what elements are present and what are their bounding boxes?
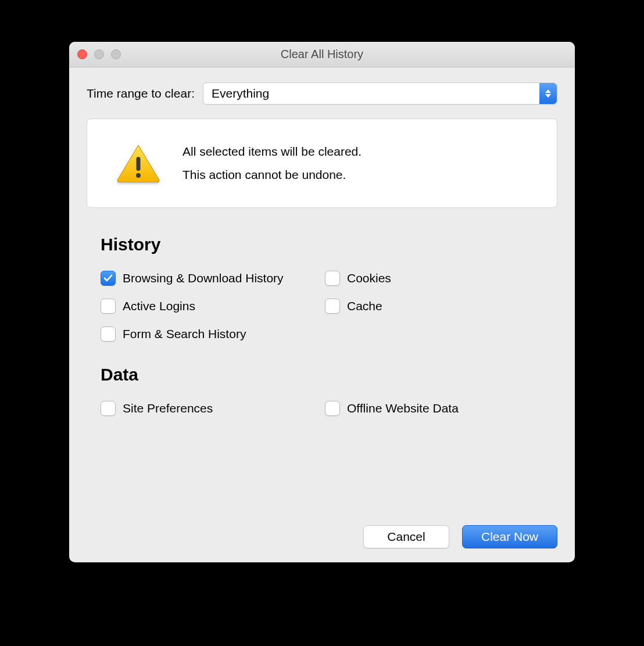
- checkbox-cache[interactable]: Cache: [325, 299, 543, 314]
- time-range-row: Time range to clear: Everything: [87, 82, 557, 105]
- checkbox-label: Form & Search History: [123, 327, 246, 341]
- checkbox-label: Browsing & Download History: [123, 271, 284, 285]
- checkbox-label: Active Logins: [123, 299, 195, 313]
- checkbox-input[interactable]: [325, 299, 340, 314]
- data-checkbox-grid: Site Preferences Offline Website Data: [87, 401, 557, 416]
- checkbox-input[interactable]: [101, 401, 116, 416]
- checkbox-input[interactable]: [325, 271, 340, 286]
- chevron-down-icon: [545, 94, 551, 98]
- checkbox-browsing-download-history[interactable]: Browsing & Download History: [101, 271, 319, 286]
- checkbox-label: Site Preferences: [123, 401, 213, 415]
- traffic-lights: [77, 49, 121, 59]
- history-checkbox-grid: Browsing & Download History Cookies Acti…: [87, 271, 557, 342]
- titlebar[interactable]: Clear All History: [69, 42, 575, 67]
- time-range-select[interactable]: Everything: [203, 82, 557, 105]
- minimize-window-button[interactable]: [94, 49, 104, 59]
- zoom-window-button[interactable]: [111, 49, 121, 59]
- chevron-up-icon: [545, 89, 551, 93]
- checkbox-site-preferences[interactable]: Site Preferences: [101, 401, 319, 416]
- dialog-window: Clear All History Time range to clear: E…: [69, 42, 575, 562]
- checkbox-form-search-history[interactable]: Form & Search History: [101, 326, 319, 342]
- checkbox-input[interactable]: [101, 326, 116, 342]
- warning-panel: All selected items will be cleared. This…: [87, 119, 557, 208]
- dialog-content: Time range to clear: Everything: [69, 67, 575, 562]
- history-heading: History: [101, 235, 557, 254]
- warning-line-1: All selected items will be cleared.: [183, 140, 362, 163]
- data-heading: Data: [101, 365, 557, 385]
- close-window-button[interactable]: [77, 49, 87, 59]
- checkbox-input[interactable]: [101, 299, 116, 314]
- svg-point-1: [136, 173, 141, 178]
- select-stepper-icon: [539, 83, 557, 104]
- checkbox-input[interactable]: [325, 401, 340, 416]
- checkbox-label: Offline Website Data: [347, 401, 459, 415]
- checkbox-cookies[interactable]: Cookies: [325, 271, 543, 286]
- time-range-value: Everything: [212, 87, 269, 101]
- checkbox-label: Cache: [347, 299, 382, 313]
- check-icon: [103, 274, 113, 283]
- warning-text: All selected items will be cleared. This…: [183, 140, 362, 186]
- time-range-label: Time range to clear:: [87, 87, 195, 101]
- checkbox-label: Cookies: [347, 271, 391, 285]
- svg-rect-0: [137, 157, 141, 171]
- cancel-button[interactable]: Cancel: [363, 525, 449, 548]
- clear-now-button-label: Clear Now: [481, 530, 538, 544]
- warning-icon: [116, 144, 160, 182]
- dialog-button-row: Cancel Clear Now: [87, 525, 557, 548]
- warning-line-2: This action cannot be undone.: [183, 163, 362, 186]
- cancel-button-label: Cancel: [387, 530, 425, 544]
- checkbox-input[interactable]: [101, 271, 116, 286]
- window-title: Clear All History: [69, 48, 575, 61]
- checkbox-active-logins[interactable]: Active Logins: [101, 299, 319, 314]
- clear-now-button[interactable]: Clear Now: [462, 525, 557, 548]
- checkbox-offline-website-data[interactable]: Offline Website Data: [325, 401, 543, 416]
